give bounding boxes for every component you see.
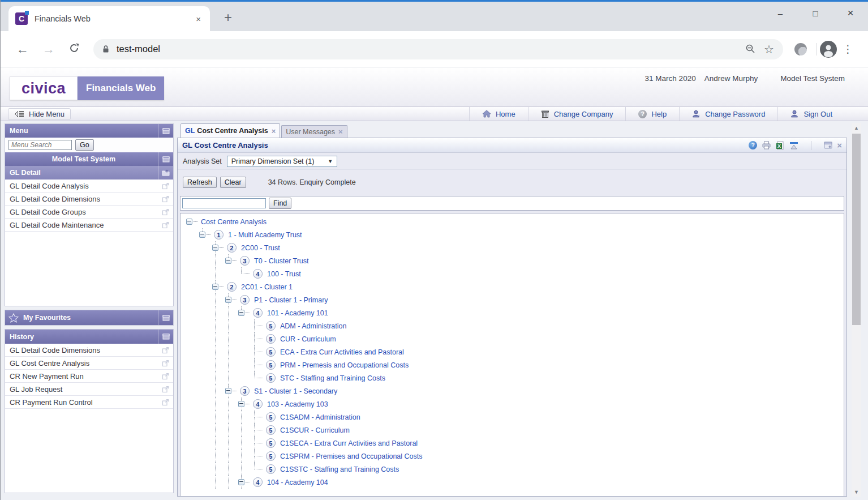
sidebar-menu-item[interactable]: GL Detail Code Analysis bbox=[5, 180, 173, 193]
open-new-window-icon bbox=[162, 182, 169, 190]
tree-node-link[interactable]: PRM - Premesis and Occupational Costs bbox=[280, 361, 409, 369]
hide-menu-button[interactable]: Hide Menu bbox=[8, 108, 71, 120]
find-button[interactable]: Find bbox=[269, 198, 291, 209]
open-folder-icon[interactable] bbox=[158, 166, 173, 180]
sidebar-menu-item[interactable]: GL Detail Code Dimensions bbox=[5, 193, 173, 206]
analysis-set-select[interactable]: Primary Dimension Set (1) ▼ bbox=[227, 156, 338, 167]
change-password-button[interactable]: Change Password bbox=[679, 107, 777, 121]
reload-icon[interactable] bbox=[68, 42, 80, 56]
find-input[interactable] bbox=[182, 198, 266, 208]
bookmark-star-icon[interactable]: ☆ bbox=[764, 42, 774, 56]
tree-collapse-toggle[interactable] bbox=[186, 219, 192, 225]
extension-icon[interactable] bbox=[794, 43, 807, 55]
tree-collapse-toggle[interactable] bbox=[238, 479, 244, 485]
tree-collapse-toggle[interactable] bbox=[225, 388, 231, 394]
tree-collapse-toggle[interactable] bbox=[212, 245, 218, 251]
forward-icon[interactable]: → bbox=[42, 43, 55, 55]
tree-collapse-toggle[interactable] bbox=[212, 284, 218, 290]
app-scrollbar[interactable]: ▲ ▼ bbox=[852, 123, 861, 497]
tree-collapse-toggle[interactable] bbox=[238, 310, 244, 316]
sidebar-menu-item[interactable]: GL Detail Code Maintenance bbox=[5, 219, 173, 232]
maximize-icon[interactable]: □ bbox=[798, 2, 833, 24]
tree-guide-line bbox=[228, 319, 229, 332]
tree-node-link[interactable]: C1SPRM - Premises and Occupational Costs bbox=[280, 452, 422, 460]
url-text[interactable]: test-model bbox=[117, 44, 737, 54]
tab-close-icon[interactable]: × bbox=[272, 127, 276, 135]
browser-menu-icon[interactable]: ⋮ bbox=[843, 42, 853, 55]
sign-out-icon bbox=[790, 110, 799, 118]
tree-collapse-toggle[interactable] bbox=[225, 297, 231, 303]
panel-close-icon[interactable]: × bbox=[837, 141, 842, 149]
tree-node-link[interactable]: C1SCUR - Curriculum bbox=[280, 426, 350, 434]
tree-node-link[interactable]: 1 - Multi Academy Trust bbox=[228, 231, 302, 239]
tree-guide-line bbox=[215, 254, 216, 267]
tree-node-link[interactable]: 104 - Academy 104 bbox=[267, 478, 328, 486]
help-button[interactable]: ? Help bbox=[625, 107, 679, 121]
popout-icon[interactable] bbox=[158, 330, 173, 344]
tree-node-link[interactable]: S1 - Cluster 1 - Secondary bbox=[254, 387, 337, 395]
tree-node-link[interactable]: 100 - Trust bbox=[267, 270, 301, 278]
sidebar-history-item[interactable]: GL Job Request bbox=[5, 383, 173, 396]
tab-user-messages[interactable]: User Messages × bbox=[281, 125, 347, 138]
tree-node-link[interactable]: 2C01 - Cluster 1 bbox=[241, 283, 293, 291]
tree-node-link[interactable]: ECA - Extra Curr Activities and Pastoral bbox=[280, 348, 404, 356]
scrollbar-thumb[interactable] bbox=[852, 134, 861, 325]
main-content: GL Cost Centre Analysis × User Messages … bbox=[177, 123, 847, 497]
browser-tab[interactable]: C Financials Web × bbox=[8, 6, 210, 31]
tree-collapse-toggle[interactable] bbox=[225, 258, 231, 264]
tree-node: Cost Centre Analysis bbox=[181, 215, 844, 228]
tree-connector bbox=[225, 384, 238, 398]
excel-export-icon[interactable]: X bbox=[776, 141, 785, 150]
clear-button[interactable]: Clear bbox=[220, 177, 246, 188]
new-tab-button[interactable]: + bbox=[220, 10, 236, 25]
tab-close-icon[interactable]: × bbox=[194, 14, 203, 24]
popout-window-icon[interactable] bbox=[824, 142, 832, 149]
home-button[interactable]: Home bbox=[469, 107, 528, 121]
collapse-panel-icon[interactable] bbox=[789, 142, 798, 149]
back-icon[interactable]: ← bbox=[16, 43, 29, 55]
tree-node-link[interactable]: Cost Centre Analysis bbox=[201, 218, 267, 226]
scroll-down-icon[interactable]: ▼ bbox=[852, 487, 861, 497]
tree-node-link[interactable]: STC - Staffing and Training Costs bbox=[280, 374, 385, 382]
refresh-button[interactable]: Refresh bbox=[183, 177, 217, 188]
tree-node-link[interactable]: 101 - Academy 101 bbox=[267, 309, 328, 317]
zoom-out-icon[interactable] bbox=[745, 44, 756, 54]
sign-out-button[interactable]: Sign Out bbox=[777, 107, 845, 121]
tab-gl-cost-centre-analysis[interactable]: GL Cost Centre Analysis × bbox=[181, 123, 280, 138]
menu-search-input[interactable] bbox=[8, 140, 72, 150]
tree-node-link[interactable]: C1SADM - Administration bbox=[280, 413, 360, 421]
sidebar-history-item[interactable]: CR New Payment Run bbox=[5, 370, 173, 383]
menu-search-go-button[interactable]: Go bbox=[75, 139, 94, 151]
tab-close-icon[interactable]: × bbox=[338, 127, 343, 136]
sidebar-history-item[interactable]: GL Cost Centre Analysis bbox=[5, 357, 173, 370]
minimize-icon[interactable]: – bbox=[763, 2, 798, 24]
popout-icon[interactable] bbox=[158, 124, 173, 138]
tree-node-link[interactable]: C1SSTC - Staffing and Training Costs bbox=[280, 465, 399, 473]
print-icon[interactable] bbox=[762, 141, 771, 149]
tree-connector bbox=[212, 280, 225, 293]
tree-collapse-toggle[interactable] bbox=[238, 401, 244, 407]
tree-node-link[interactable]: T0 - Cluster Trust bbox=[254, 257, 309, 265]
tree-collapse-toggle[interactable] bbox=[199, 232, 205, 238]
help-icon[interactable]: ? bbox=[749, 141, 757, 149]
popout-icon[interactable] bbox=[158, 152, 173, 166]
popout-icon[interactable] bbox=[158, 310, 173, 325]
sidebar-menu-item[interactable]: GL Detail Code Groups bbox=[5, 206, 173, 219]
window-close-icon[interactable]: × bbox=[833, 2, 868, 24]
sidebar-history-item[interactable]: GL Detail Code Dimensions bbox=[5, 344, 173, 357]
tree-node-link[interactable]: C1SECA - Extra Curr Activities and Pasto… bbox=[280, 439, 418, 447]
tree-node-link[interactable]: 103 - Academy 103 bbox=[267, 400, 328, 408]
tree-node-link[interactable]: 2C00 - Trust bbox=[241, 244, 280, 252]
profile-avatar[interactable] bbox=[820, 41, 837, 58]
scroll-up-icon[interactable]: ▲ bbox=[852, 123, 861, 133]
open-new-window-icon bbox=[162, 347, 169, 354]
change-company-button[interactable]: Change Company bbox=[528, 107, 626, 121]
tree-node-link[interactable]: ADM - Administration bbox=[280, 322, 346, 330]
url-bar[interactable]: test-model ☆ bbox=[93, 39, 783, 59]
tree-node-link[interactable]: CUR - Curriculum bbox=[280, 335, 336, 343]
open-new-window-icon bbox=[162, 360, 169, 367]
history-header: History bbox=[5, 330, 173, 344]
tree-level-badge: 2 bbox=[227, 282, 237, 292]
tree-node-link[interactable]: P1 - Cluster 1 - Primary bbox=[254, 296, 328, 304]
sidebar-history-item[interactable]: CR Payment Run Control bbox=[5, 396, 173, 409]
